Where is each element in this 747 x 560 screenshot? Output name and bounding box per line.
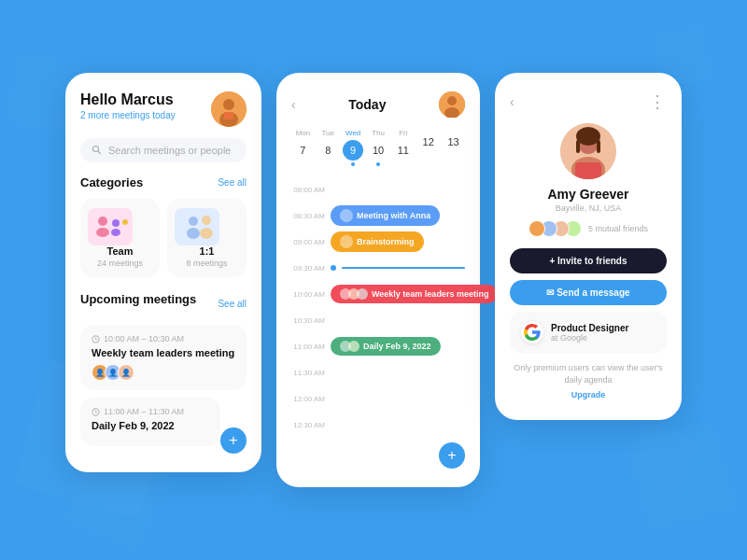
svg-rect-32 bbox=[575, 162, 601, 179]
1on1-label: 1:1 bbox=[175, 245, 239, 257]
profile-avatar bbox=[560, 123, 616, 179]
meeting-item-2-row: 11:00 AM – 11:30 AM Daily Feb 9, 2022 + bbox=[80, 398, 247, 454]
clock-icon-1 bbox=[92, 335, 100, 343]
profile-location: Bayville, NJ, USA bbox=[510, 203, 667, 213]
search-placeholder: Search meetings or people bbox=[108, 145, 231, 156]
greeting-hello: Hello bbox=[80, 91, 121, 107]
company-role: Product Designer bbox=[551, 323, 628, 333]
user-avatar bbox=[211, 91, 247, 127]
attendee-av-3: 👤 bbox=[118, 364, 134, 381]
meeting-name-1: Weekly team leaders meeting bbox=[92, 347, 235, 358]
svg-point-24 bbox=[447, 96, 457, 105]
greeting-text: Hello Marcus bbox=[80, 91, 176, 108]
timeline-0800: 08:00 AM bbox=[291, 179, 465, 200]
cal-title: Today bbox=[348, 97, 386, 112]
company-card: Product Designer at Google bbox=[510, 312, 667, 353]
cal-day-12[interactable]: 12 bbox=[416, 129, 440, 166]
google-icon bbox=[521, 321, 543, 343]
upgrade-link[interactable]: Upgrade bbox=[510, 389, 667, 401]
svg-point-15 bbox=[202, 216, 211, 225]
categories-see-all[interactable]: See all bbox=[218, 177, 247, 188]
cal-day-wed-active[interactable]: Wed 9 bbox=[342, 129, 365, 166]
invite-friends-button[interactable]: + Invite to friends bbox=[510, 248, 667, 273]
cal-add-event-button[interactable]: + bbox=[439, 442, 465, 469]
cal-day-mon[interactable]: Mon 7 bbox=[291, 129, 315, 166]
meetings-today: 2 more meetings today bbox=[80, 110, 176, 120]
mutual-text: 5 mutual friends bbox=[588, 224, 648, 233]
meeting-time-2: 11:00 AM – 11:30 AM bbox=[92, 407, 209, 416]
svg-rect-12 bbox=[175, 208, 219, 245]
team-count: 24 meetings bbox=[88, 259, 152, 268]
svg-point-9 bbox=[112, 219, 120, 227]
event-av-2 bbox=[340, 235, 353, 248]
cal-day-fri[interactable]: Fri 11 bbox=[391, 129, 415, 166]
svg-point-10 bbox=[111, 229, 120, 236]
svg-point-16 bbox=[200, 228, 213, 239]
timeline-0930-now: 09:30 AM bbox=[291, 258, 465, 278]
timeline-1200: 12:00 AM bbox=[291, 388, 465, 409]
category-team[interactable]: Team 24 meetings bbox=[80, 199, 160, 277]
card1-meetings: Hello Marcus 2 more meetings today Searc… bbox=[65, 73, 261, 472]
categories-header: Categories See all bbox=[80, 175, 247, 189]
timeline-0900: 09:00 AM Brainstorming bbox=[291, 231, 465, 252]
calendar-days: Mon 7 Tue 8 Wed 9 Thu 10 Fri 11 bbox=[291, 129, 465, 166]
card1-header: Hello Marcus 2 more meetings today bbox=[80, 91, 247, 127]
greeting-block: Hello Marcus 2 more meetings today bbox=[80, 91, 176, 120]
svg-rect-6 bbox=[88, 208, 133, 245]
cal-back-button[interactable]: ‹ bbox=[291, 97, 296, 112]
profile-section: Amy Greever Bayville, NJ, USA 5 mutual f… bbox=[510, 123, 667, 237]
svg-point-7 bbox=[98, 217, 107, 226]
event-team-avatars bbox=[340, 288, 368, 300]
mutual-friends: 5 mutual friends bbox=[510, 220, 667, 237]
add-meeting-button[interactable]: + bbox=[220, 427, 247, 454]
back-button[interactable]: ‹ bbox=[510, 94, 514, 109]
svg-rect-31 bbox=[597, 140, 600, 153]
calendar-header: ‹ Today bbox=[291, 91, 465, 118]
amy-avatar-svg bbox=[560, 123, 616, 179]
timeline-0830: 08:30 AM Meeting with Anna bbox=[291, 205, 465, 226]
cal-day-tue[interactable]: Tue 8 bbox=[317, 129, 340, 166]
search-icon bbox=[92, 145, 103, 156]
user-avatar-svg bbox=[211, 91, 247, 127]
cal-user-avatar bbox=[439, 91, 465, 118]
categories-label: Categories bbox=[80, 175, 143, 189]
meeting-avatars-1: 👤 👤 👤 bbox=[92, 364, 235, 381]
event-daily-feb9[interactable]: Daily Feb 9, 2022 bbox=[331, 337, 441, 356]
svg-point-14 bbox=[187, 228, 200, 239]
cards-container: Hello Marcus 2 more meetings today Searc… bbox=[47, 54, 700, 506]
upcoming-see-all[interactable]: See all bbox=[218, 299, 247, 309]
daily-av-2 bbox=[348, 341, 359, 352]
timeline-1100: 11:00 AM Daily Feb 9, 2022 bbox=[291, 336, 465, 357]
event-brainstorming[interactable]: Brainstorming bbox=[331, 231, 424, 252]
profile-topbar: ‹ ⋮ bbox=[510, 91, 667, 112]
upcoming-title: Upcoming meetings bbox=[80, 292, 196, 306]
search-bar[interactable]: Search meetings or people bbox=[80, 138, 247, 162]
more-options-button[interactable]: ⋮ bbox=[649, 91, 667, 112]
event-daily-avatars bbox=[340, 341, 359, 352]
team-av-3 bbox=[357, 288, 368, 300]
meeting-item-2[interactable]: 11:00 AM – 11:30 AM Daily Feb 9, 2022 bbox=[80, 398, 220, 446]
company-name: at Google bbox=[551, 333, 628, 343]
send-message-button[interactable]: ✉ Send a message bbox=[510, 280, 667, 305]
google-logo-svg bbox=[524, 324, 541, 341]
category-1on1[interactable]: 1:1 8 meetings bbox=[167, 199, 247, 277]
cal-day-thu[interactable]: Thu 10 bbox=[367, 129, 390, 166]
event-weekly-team[interactable]: Weekly team leaders meeting bbox=[331, 285, 498, 303]
event-meeting-anna[interactable]: Meeting with Anna bbox=[331, 205, 440, 226]
team-illustration bbox=[88, 208, 133, 245]
svg-rect-30 bbox=[576, 140, 580, 153]
calendar-timeline: 08:00 AM 08:30 AM Meeting with Anna 09:0… bbox=[291, 179, 465, 435]
meeting-item-1[interactable]: 10:00 AM – 10:30 AM Weekly team leaders … bbox=[80, 325, 247, 390]
now-indicator-dot bbox=[331, 265, 336, 271]
timeline-1030: 10:30 AM bbox=[291, 310, 465, 330]
timeline-1230: 12:30 AM bbox=[291, 414, 465, 435]
svg-point-1 bbox=[223, 99, 234, 110]
1on1-count: 8 meetings bbox=[175, 259, 239, 268]
svg-point-8 bbox=[96, 228, 109, 237]
card2-calendar: ‹ Today Mon 7 Tue 8 Wed 9 bbox=[276, 73, 480, 487]
card3-profile: ‹ ⋮ Amy Greever Bayville, NJ, USA bbox=[495, 73, 682, 420]
company-info: Product Designer at Google bbox=[551, 323, 628, 343]
1on1-illustration bbox=[175, 208, 219, 245]
svg-point-11 bbox=[122, 219, 128, 225]
cal-day-13[interactable]: 13 bbox=[442, 129, 465, 166]
